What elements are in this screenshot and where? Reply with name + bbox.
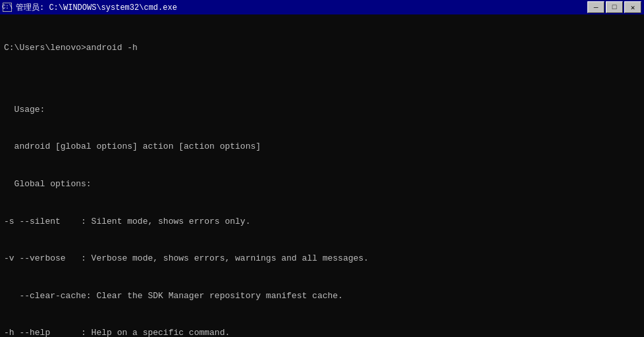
console-output: C:\Users\lenovo>android -h Usage: androi…: [0, 14, 644, 337]
console-line-7: -h --help : Help on a specific command.: [4, 327, 640, 337]
console-line-6: --clear-cache: Clear the SDK Manager rep…: [4, 290, 640, 303]
console-line-1: Usage:: [4, 104, 640, 117]
console-line-5: -v --verbose : Verbose mode, shows error…: [4, 253, 640, 265]
console-line-2: android [global options] action [action …: [4, 141, 640, 153]
cmd-icon: C:\: [3, 3, 12, 12]
title-bar: C:\ 管理员: C:\WINDOWS\system32\cmd.exe — □…: [0, 0, 644, 14]
title-bar-controls: — □ ✕: [587, 1, 641, 13]
minimize-button[interactable]: —: [587, 1, 604, 13]
title-bar-left: C:\ 管理员: C:\WINDOWS\system32\cmd.exe: [3, 2, 177, 13]
close-button[interactable]: ✕: [624, 1, 641, 13]
prompt-line: C:\Users\lenovo>android -h: [4, 42, 640, 55]
console-line-4: -s --silent : Silent mode, shows errors …: [4, 216, 640, 228]
console-line-3: Global options:: [4, 178, 640, 191]
maximize-button[interactable]: □: [606, 1, 623, 13]
title-bar-title: 管理员: C:\WINDOWS\system32\cmd.exe: [16, 2, 177, 13]
